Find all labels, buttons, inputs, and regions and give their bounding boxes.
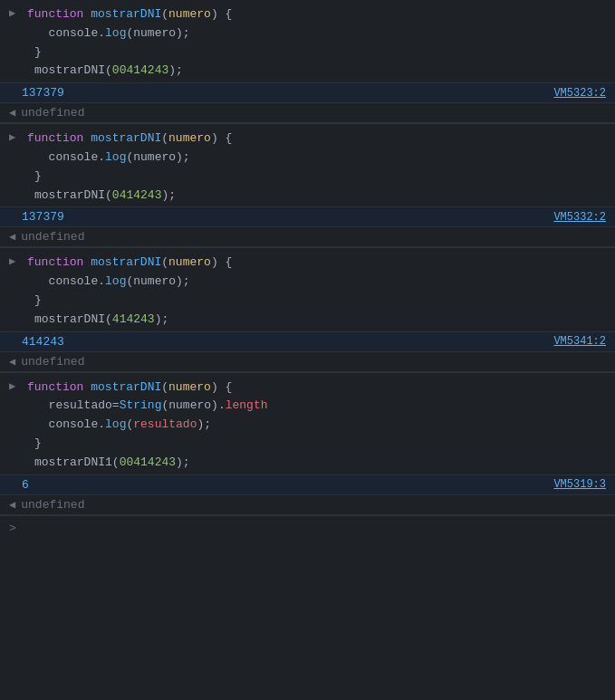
- code-line-1-2: console.log(numero);: [9, 24, 606, 43]
- vm-link-1[interactable]: VM5323:2: [553, 87, 606, 100]
- code-line-2-1: ▶ function mostrarDNI(numero) {: [9, 129, 606, 149]
- code-line-4-2: resultado=String(numero).length: [9, 397, 606, 416]
- console-block-2: ▶ function mostrarDNI(numero) { console.…: [0, 124, 615, 248]
- code-text: function mostrarDNI(numero) {: [27, 254, 232, 273]
- expand-icon-3[interactable]: ▶: [9, 254, 22, 271]
- output-line-1: 137379 VM5323:2: [0, 82, 615, 103]
- code-section-4: ▶ function mostrarDNI(numero) { resultad…: [0, 373, 615, 475]
- vm-link-3[interactable]: VM5341:2: [553, 335, 606, 348]
- expand-icon-4[interactable]: ▶: [9, 379, 22, 396]
- code-line-2-3: }: [9, 168, 606, 187]
- code-section-2: ▶ function mostrarDNI(numero) { console.…: [0, 124, 615, 206]
- console-prompt[interactable]: >: [0, 516, 615, 541]
- undefined-text-2: undefined: [21, 230, 84, 244]
- console-block-3: ▶ function mostrarDNI(numero) { console.…: [0, 248, 615, 372]
- code-line-3-3: }: [9, 292, 606, 311]
- output-value-2: 137379: [22, 210, 64, 224]
- undefined-line-2: ◀ undefined: [0, 227, 615, 247]
- code-line-3-4: mostrarDNI(414243);: [9, 311, 606, 330]
- code-section-1: ▶ function mostrarDNI(numero) { console.…: [0, 0, 615, 82]
- vm-link-4[interactable]: VM5319:3: [553, 478, 606, 491]
- code-line-1-1: ▶ function mostrarDNI(numero) {: [9, 5, 606, 24]
- code-text: }: [34, 43, 42, 62]
- code-text: function mostrarDNI(numero) {: [27, 129, 232, 149]
- code-line-3-2: console.log(numero);: [9, 273, 606, 292]
- undefined-line-1: ◀ undefined: [0, 103, 615, 123]
- code-text: mostrarDNI(00414243);: [34, 62, 183, 81]
- code-text: mostrarDNI(414243);: [34, 311, 168, 330]
- undefined-line-4: ◀ undefined: [0, 495, 615, 515]
- code-text: }: [34, 435, 42, 454]
- code-line-4-3: console.log(resultado);: [9, 416, 606, 435]
- undefined-text-1: undefined: [21, 106, 84, 120]
- vm-link-2[interactable]: VM5332:2: [553, 211, 606, 224]
- code-text: console.log(numero);: [34, 149, 190, 168]
- code-line-4-5: mostrarDNI1(00414243);: [9, 454, 606, 473]
- undefined-text-3: undefined: [21, 355, 84, 369]
- code-text: function mostrarDNI(numero) {: [27, 5, 232, 24]
- output-line-4: 6 VM5319:3: [0, 475, 615, 495]
- output-value-3: 414243: [22, 335, 64, 349]
- output-line-2: 137379 VM5332:2: [0, 206, 615, 227]
- code-line-1-3: }: [9, 43, 606, 62]
- console-block-1: ▶ function mostrarDNI(numero) { console.…: [0, 0, 615, 124]
- code-line-4-4: }: [9, 435, 606, 454]
- chevron-left-icon-3: ◀: [9, 355, 15, 369]
- chevron-left-icon-2: ◀: [9, 230, 15, 244]
- code-text: console.log(numero);: [34, 24, 190, 43]
- code-text: console.log(numero);: [34, 273, 190, 292]
- code-text: console.log(resultado);: [34, 416, 211, 435]
- chevron-left-icon-1: ◀: [9, 106, 15, 120]
- code-line-3-1: ▶ function mostrarDNI(numero) {: [9, 254, 606, 273]
- code-line-4-1: ▶ function mostrarDNI(numero) {: [9, 379, 606, 398]
- undefined-text-4: undefined: [21, 498, 84, 512]
- output-value-4: 6: [22, 478, 29, 492]
- code-text: }: [34, 292, 42, 311]
- code-section-3: ▶ function mostrarDNI(numero) { console.…: [0, 248, 615, 331]
- expand-icon-1[interactable]: ▶: [9, 5, 22, 23]
- chevron-left-icon-4: ◀: [9, 498, 15, 512]
- code-line-2-4: mostrarDNI(0414243);: [9, 187, 606, 206]
- code-text: resultado=String(numero).length: [34, 397, 268, 416]
- expand-icon-2[interactable]: ▶: [9, 129, 22, 147]
- prompt-icon: >: [9, 522, 16, 535]
- code-text: function mostrarDNI(numero) {: [27, 379, 232, 398]
- code-line-2-2: console.log(numero);: [9, 149, 606, 168]
- undefined-line-3: ◀ undefined: [0, 352, 615, 372]
- output-line-3: 414243 VM5341:2: [0, 331, 615, 352]
- output-value-1: 137379: [22, 86, 64, 100]
- code-line-1-4: mostrarDNI(00414243);: [9, 62, 606, 81]
- code-text: }: [34, 168, 42, 187]
- code-text: mostrarDNI1(00414243);: [34, 454, 190, 473]
- code-text: mostrarDNI(0414243);: [34, 187, 176, 206]
- console-block-4: ▶ function mostrarDNI(numero) { resultad…: [0, 373, 615, 516]
